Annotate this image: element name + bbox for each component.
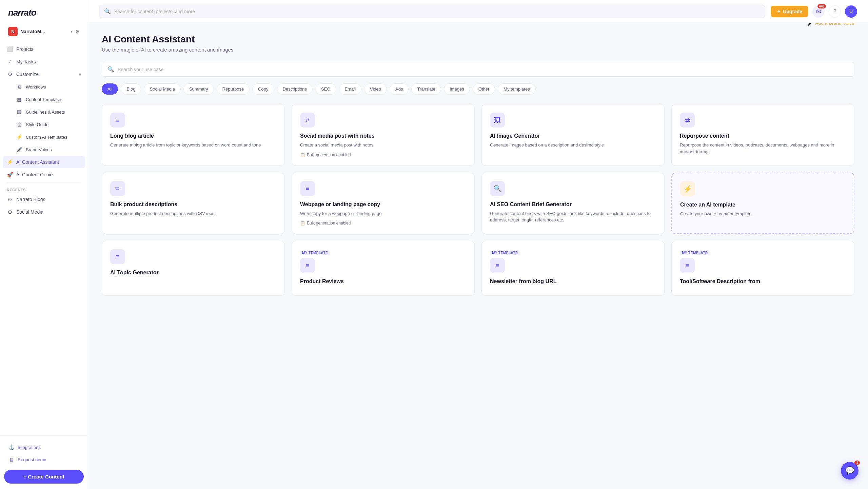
filter-tab-summary[interactable]: Summary [183,83,214,95]
chat-bubble-button[interactable]: 💬 1 [841,462,859,480]
sidebar-item-ai-content-genie[interactable]: 🚀 AI Content Genie [3,169,85,181]
sidebar-item-custom-ai-templates[interactable]: ⚡ Custom AI Templates [12,131,85,143]
card-title: Bulk product descriptions [110,201,276,208]
gear-icon[interactable]: ⚙ [75,29,80,34]
sidebar-item-label: Integrations [18,445,41,450]
create-content-button[interactable]: + Create Content [4,470,84,484]
sidebar-item-narrato-blogs[interactable]: ⊙ Narrato Blogs [3,193,85,206]
card-ai-image-generator[interactable]: 🖼 AI Image Generator Generate images bas… [481,104,665,166]
sidebar-item-my-tasks[interactable]: ✓ My Tasks [3,56,85,68]
workflows-icon: ⧉ [16,84,22,90]
filter-tab-descriptions[interactable]: Descriptions [277,83,313,95]
integrations-icon: ⚓ [8,444,14,450]
sidebar-item-brand-voices[interactable]: 🎤 Brand Voices [12,143,85,156]
card-icon: 🖼 [490,113,505,128]
filter-tab-seo[interactable]: SEO [315,83,336,95]
recents-label: Recents [3,184,85,193]
card-icon: ≡ [300,181,315,196]
sidebar-item-request-demo[interactable]: 🖥 Request demo [4,454,84,466]
filter-tab-all[interactable]: All [102,83,118,95]
mail-icon: ✉ [816,8,821,15]
filter-tab-repurpose[interactable]: Repurpose [217,83,250,95]
sidebar-item-content-templates[interactable]: ▦ Content Templates [12,93,85,105]
lightning-icon: ⚡ [16,134,22,140]
filter-tab-email[interactable]: Email [339,83,362,95]
demo-icon: 🖥 [8,457,14,463]
filter-tab-social-media[interactable]: Social Media [144,83,180,95]
filter-tab-images[interactable]: Images [444,83,470,95]
sidebar-item-projects[interactable]: ⬜ Projects [3,43,85,55]
sidebar-item-customize[interactable]: ⚙ Customize ▾ [3,68,85,80]
sidebar-item-label: Social Media [16,209,43,215]
card-repurpose-content[interactable]: ⇄ Repurpose content Repurpose the conten… [671,104,854,166]
card-bulk-product-descriptions[interactable]: ✏ Bulk product descriptions Generate mul… [102,173,285,234]
card-desc: Create a social media post with notes [300,142,466,149]
filter-tab-other[interactable]: Other [473,83,495,95]
help-icon: ? [833,8,836,15]
topbar-search-container[interactable]: 🔍 [99,5,765,18]
upgrade-button[interactable]: ✦ Upgrade [771,6,808,17]
page-subtitle: Use the magic of AI to create amazing co… [102,47,234,53]
card-desc: Write copy for a webpage or landing page [300,210,466,217]
card-icon: ≡ [110,113,125,128]
page-content-area: AI Content Assistant Use the magic of AI… [88,23,868,307]
copy-icon: 📋 [300,221,305,226]
sidebar-item-ai-content-assistant[interactable]: ⚡ AI Content Assistant [3,156,85,168]
use-case-search-container[interactable]: 🔍 [102,62,854,77]
card-social-media-post[interactable]: # Social media post with notes Create a … [292,104,475,166]
card-webpage-landing-page[interactable]: ≡ Webpage or landing page copy Write cop… [292,173,475,234]
card-desc: Generate images based on a description a… [490,142,656,149]
sidebar-item-label: Custom AI Templates [26,135,67,140]
sidebar-item-label: Brand Voices [26,147,52,152]
sidebar-item-guidelines-assets[interactable]: ▤ Guidelines & Assets [12,106,85,118]
card-ai-topic-generator[interactable]: ≡ AI Topic Generator [102,241,285,296]
card-title: AI Image Generator [490,133,656,139]
card-ai-seo-content-brief[interactable]: 🔍 AI SEO Content Brief Generator Generat… [481,173,665,234]
notifications-button[interactable]: ✉ 441 [812,5,825,18]
card-icon: ≡ [300,258,315,273]
filter-tab-blog[interactable]: Blog [121,83,141,95]
sidebar-item-workflows[interactable]: ⧉ Workflows [12,81,85,93]
topbar-right: ✦ Upgrade ✉ 441 ? U [771,5,857,18]
card-icon: ≡ [680,258,695,273]
filter-tab-video[interactable]: Video [364,83,387,95]
card-desc: Generate a blog article from topic or ke… [110,142,276,149]
sidebar-item-label: My Tasks [16,59,36,64]
account-switcher[interactable]: N NarratoM... ▾ ⚙ [3,24,85,39]
sidebar-item-label: Content Templates [26,97,62,102]
card-title: Create an AI template [680,202,846,208]
chat-icon: 💬 [845,466,854,475]
sidebar-bottom: ⚓ Integrations 🖥 Request demo + Create C… [0,435,88,489]
use-case-search-input[interactable] [118,67,849,72]
filter-tab-ads[interactable]: Ads [390,83,409,95]
card-desc: Generate content briefs with SEO guideli… [490,210,656,223]
help-button[interactable]: ? [829,5,841,18]
card-long-blog-article[interactable]: ≡ Long blog article Generate a blog arti… [102,104,285,166]
filter-tab-translate[interactable]: Translate [411,83,441,95]
filter-tab-copy[interactable]: Copy [252,83,274,95]
recent-icon: ⊙ [7,196,13,202]
card-title: Product Reviews [300,278,466,285]
filter-tab-my-templates[interactable]: My templates [498,83,535,95]
sidebar: narrato N NarratoM... ▾ ⚙ ⬜ Projects ✓ M… [0,0,88,489]
card-tool-software-description[interactable]: MY TEMPLATE ≡ Tool/Software Description … [671,241,854,296]
sidebar-item-label: Narrato Blogs [16,197,45,202]
sidebar-item-social-media[interactable]: ⊙ Social Media [3,206,85,218]
search-icon: 🔍 [104,8,111,15]
card-product-reviews[interactable]: MY TEMPLATE ≡ Product Reviews [292,241,475,296]
card-title: Long blog article [110,133,276,139]
user-avatar[interactable]: U [845,5,857,18]
sidebar-item-style-guide[interactable]: ◎ Style Guide [12,118,85,131]
templates-icon: ▦ [16,96,22,102]
card-title: Tool/Software Description from [680,278,846,285]
sidebar-item-integrations[interactable]: ⚓ Integrations [4,441,84,453]
card-create-ai-template[interactable]: ⚡ Create an AI template Create your own … [671,173,854,234]
card-icon: ⚡ [680,181,695,196]
card-desc: Create your own AI content template. [680,211,846,217]
my-template-badge: MY TEMPLATE [490,250,520,255]
sidebar-item-label: Guidelines & Assets [26,110,65,115]
style-guide-icon: ◎ [16,121,22,128]
topbar-search-input[interactable] [114,9,760,14]
card-newsletter-from-blog[interactable]: MY TEMPLATE ≡ Newsletter from blog URL [481,241,665,296]
genie-icon: 🚀 [7,172,13,178]
